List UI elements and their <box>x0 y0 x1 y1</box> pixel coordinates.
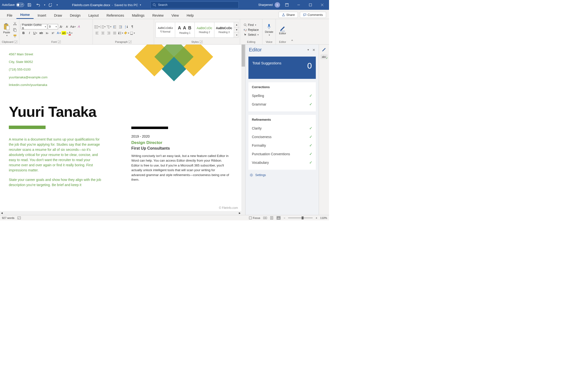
tab-mailings[interactable]: Mailings <box>128 12 148 19</box>
tab-review[interactable]: Review <box>149 12 168 19</box>
clipboard-launcher[interactable]: ⤢ <box>15 40 18 43</box>
zoom-out-button[interactable]: − <box>284 216 285 220</box>
shrink-font-icon[interactable]: Aˇ <box>65 24 70 30</box>
tab-draw[interactable]: Draw <box>50 12 66 19</box>
editor-button[interactable]: Editor <box>277 24 288 36</box>
bold-button[interactable]: B <box>21 30 26 36</box>
read-mode-icon[interactable] <box>263 216 267 220</box>
spelling-status-icon[interactable] <box>18 216 21 220</box>
undo-icon[interactable] <box>35 2 42 8</box>
minimize-button[interactable] <box>294 0 304 10</box>
style-heading2[interactable]: AaBbCcDcHeading 2 <box>195 22 214 38</box>
format-painter-icon[interactable] <box>12 34 18 39</box>
font-color-icon[interactable]: A▾ <box>68 30 73 36</box>
suggestions-card[interactable]: Total Suggestions 0 <box>248 56 316 79</box>
toggle-switch[interactable]: Off <box>16 3 24 7</box>
align-right-icon[interactable] <box>106 30 112 36</box>
pane-options-icon[interactable]: ▼ <box>307 48 309 51</box>
zoom-level[interactable]: 110% <box>320 216 327 220</box>
styles-launcher[interactable]: ⤢ <box>200 40 203 43</box>
font-launcher[interactable]: ⤢ <box>58 40 61 43</box>
font-name-combo[interactable]: Franklin Gothic B▾ <box>21 24 47 30</box>
spellcheck-tab[interactable]: abc✓ <box>320 54 328 59</box>
qat-customize[interactable]: ▾ <box>57 4 58 6</box>
change-case-icon[interactable]: Aa▾ <box>70 24 76 30</box>
tab-insert[interactable]: Insert <box>34 12 50 19</box>
increase-indent-icon[interactable] <box>118 24 123 30</box>
styles-scroll-up[interactable]: ▲ <box>234 22 239 27</box>
select-button[interactable]: Select▾ <box>243 32 260 37</box>
print-layout-icon[interactable] <box>270 216 273 220</box>
grammar-row[interactable]: Grammar✓ <box>252 100 312 108</box>
multilevel-icon[interactable]: ▾ <box>106 24 112 30</box>
sort-icon[interactable]: AZ <box>124 24 129 30</box>
pane-close-icon[interactable]: ✕ <box>312 48 315 52</box>
share-button[interactable]: Share <box>279 12 298 18</box>
justify-icon[interactable] <box>112 30 117 36</box>
style-heading1[interactable]: A A BHeading 1 <box>175 22 195 38</box>
editor-tab-icon[interactable] <box>322 47 327 52</box>
clear-format-icon[interactable]: A <box>76 24 82 30</box>
punctuation-row[interactable]: Punctuation Conventions✓ <box>252 150 312 158</box>
paste-button[interactable]: Paste ▾ <box>2 22 12 38</box>
text-effects-icon[interactable]: A▾ <box>56 30 62 36</box>
find-button[interactable]: Find▾ <box>243 23 260 27</box>
dictate-button[interactable]: Dictate▾ <box>264 22 274 37</box>
vocabulary-row[interactable]: Vocabulary✓ <box>252 158 312 167</box>
decrease-indent-icon[interactable] <box>112 24 117 30</box>
style-heading3[interactable]: AaBbCcDcHeading 3 <box>214 22 234 38</box>
style-normal[interactable]: AaBbCcDdEe¶ Normal <box>156 22 175 38</box>
clarity-row[interactable]: Clarity✓ <box>252 124 312 132</box>
tab-design[interactable]: Design <box>66 12 85 19</box>
bullets-icon[interactable]: ▾ <box>94 24 100 30</box>
user-name[interactable]: Sharpened <box>258 3 273 6</box>
scroll-thumb[interactable] <box>242 44 245 66</box>
web-layout-icon[interactable] <box>276 216 281 220</box>
tab-home[interactable]: Home <box>17 11 34 19</box>
show-marks-icon[interactable]: ¶ <box>130 24 135 30</box>
tab-layout[interactable]: Layout <box>85 12 103 19</box>
scroll-left-icon[interactable]: ◀ <box>0 212 4 214</box>
subscript-button[interactable]: x₂ <box>44 30 50 36</box>
underline-button[interactable]: U▾ <box>33 30 38 36</box>
conciseness-row[interactable]: Conciseness✓ <box>252 132 312 141</box>
numbering-icon[interactable]: 123▾ <box>100 24 106 30</box>
zoom-in-button[interactable]: + <box>316 216 317 220</box>
styles-expand[interactable]: ▾ <box>234 32 239 38</box>
borders-icon[interactable]: ▾ <box>130 30 135 36</box>
comments-button[interactable]: Comments <box>300 12 326 18</box>
maximize-button[interactable] <box>306 0 315 10</box>
paragraph-launcher[interactable]: ⤢ <box>129 40 132 43</box>
save-icon[interactable] <box>26 2 33 8</box>
scroll-right-icon[interactable]: ▶ <box>238 212 241 214</box>
line-spacing-icon[interactable]: ▾ <box>118 30 123 36</box>
spelling-row[interactable]: Spelling✓ <box>252 91 312 100</box>
ribbon-display-icon[interactable] <box>282 0 292 10</box>
search-box[interactable]: Search <box>150 2 239 8</box>
collapse-ribbon-icon[interactable]: ^ <box>289 38 295 43</box>
undo-dropdown[interactable]: ▾ <box>44 4 45 6</box>
editor-settings-button[interactable]: Settings <box>246 170 319 180</box>
zoom-slider[interactable] <box>288 218 313 218</box>
focus-mode-button[interactable]: Focus <box>249 216 260 220</box>
align-left-icon[interactable] <box>94 30 100 36</box>
highlight-icon[interactable]: ab▾ <box>62 30 67 36</box>
autosave-toggle[interactable]: AutoSave Off <box>2 3 24 7</box>
font-size-combo[interactable]: 9▾ <box>48 24 58 30</box>
formality-row[interactable]: Formality✓ <box>252 141 312 150</box>
user-avatar[interactable]: S <box>275 2 280 8</box>
tab-file[interactable]: File <box>3 12 17 19</box>
vertical-scrollbar[interactable] <box>241 44 245 215</box>
cut-icon[interactable] <box>12 21 18 26</box>
horizontal-scrollbar[interactable]: ◀ ▶ <box>0 211 241 215</box>
replace-button[interactable]: abReplace <box>243 28 260 32</box>
close-button[interactable] <box>317 0 327 10</box>
redo-icon[interactable] <box>47 2 54 8</box>
tab-help[interactable]: Help <box>183 12 198 19</box>
superscript-button[interactable]: x² <box>50 30 56 36</box>
title-dropdown[interactable]: ▾ <box>140 4 141 6</box>
italic-button[interactable]: I <box>27 30 32 36</box>
document-area[interactable]: 4567 Main Street City, State 98052 (718)… <box>0 44 245 215</box>
word-count[interactable]: 927 words <box>2 216 15 220</box>
grow-font-icon[interactable]: A^ <box>59 24 64 30</box>
